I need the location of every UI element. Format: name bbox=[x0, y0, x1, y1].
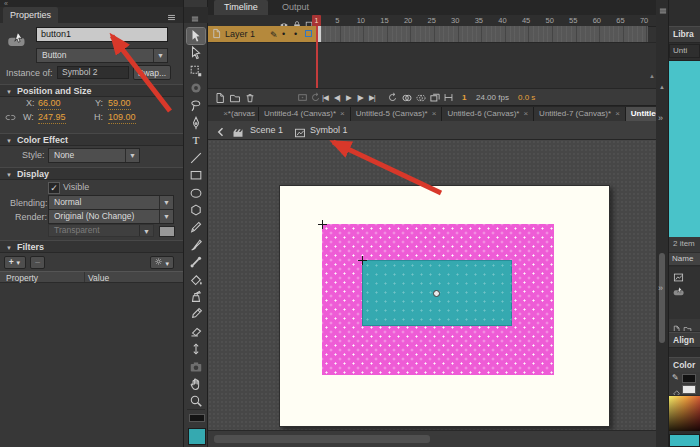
elapsed-time-value[interactable]: 0.0 s bbox=[518, 93, 535, 102]
tool-eraser[interactable] bbox=[187, 324, 205, 340]
stage-canvas[interactable] bbox=[279, 185, 610, 427]
doc-tab[interactable]: Untitled-7 (Canvas)*× bbox=[534, 107, 626, 121]
ruler-frame-40[interactable]: 40 bbox=[498, 16, 506, 25]
play-button[interactable]: ▶ bbox=[346, 93, 351, 102]
panel-menu-icon[interactable] bbox=[658, 2, 668, 20]
playhead-marker[interactable]: 1 bbox=[312, 15, 321, 26]
library-document-dropdown[interactable]: Unti bbox=[669, 44, 700, 58]
layer-visible-dot[interactable]: • bbox=[282, 26, 285, 42]
tab-properties[interactable]: Properties bbox=[3, 7, 58, 23]
onion-skin-icon[interactable] bbox=[400, 91, 413, 104]
ruler-frame-5[interactable]: 5 bbox=[335, 16, 339, 25]
stage-horizontal-scrollbar[interactable] bbox=[208, 430, 656, 447]
tool-text[interactable]: T bbox=[187, 132, 205, 148]
layer-outline-color-box[interactable] bbox=[305, 30, 312, 37]
value-column-header[interactable]: Value bbox=[88, 273, 109, 283]
tool-width[interactable] bbox=[187, 341, 205, 357]
scroll-up-icon[interactable]: ▲ bbox=[659, 84, 665, 90]
timeline-scroll-up-icon[interactable]: ▲ bbox=[649, 73, 655, 79]
instance-of-field[interactable]: Symbol 2 bbox=[57, 66, 129, 79]
pasteboard[interactable] bbox=[208, 140, 656, 430]
tool-rectangle[interactable] bbox=[187, 167, 205, 183]
align-panel-header[interactable]: Align bbox=[669, 332, 700, 348]
section-header-display[interactable]: ▼Display bbox=[0, 167, 183, 180]
modify-markers-icon[interactable] bbox=[442, 91, 455, 104]
tab-timeline[interactable]: Timeline bbox=[214, 0, 268, 15]
playhead-line[interactable] bbox=[316, 26, 318, 88]
doc-tab[interactable]: Untitled-5 (Canvas)*× bbox=[351, 107, 443, 121]
tool-3d-rotation[interactable] bbox=[187, 80, 205, 96]
step-back-button[interactable]: ◀| bbox=[334, 93, 340, 102]
tool-hand[interactable] bbox=[187, 376, 205, 392]
ruler-frame-65[interactable]: 65 bbox=[616, 16, 624, 25]
new-folder-icon[interactable] bbox=[683, 320, 692, 331]
instance-name-input[interactable]: button1 bbox=[36, 27, 168, 42]
tool-ink-bottle[interactable] bbox=[187, 289, 205, 305]
layer-row[interactable]: Layer 1 ✎ • • bbox=[208, 26, 656, 43]
layer-lock-dot[interactable]: • bbox=[294, 26, 297, 42]
tool-oval[interactable] bbox=[187, 185, 205, 201]
tool-eyedropper[interactable] bbox=[187, 306, 205, 322]
collapse-dock-chevron[interactable]: » bbox=[658, 283, 663, 293]
go-to-first-frame-button[interactable]: |◀ bbox=[322, 93, 328, 102]
frame-cells[interactable] bbox=[316, 26, 648, 42]
remove-filter-button[interactable]: – bbox=[30, 256, 45, 269]
library-item-button-icon[interactable] bbox=[673, 283, 685, 301]
tool-subselection[interactable] bbox=[187, 45, 205, 61]
pink-rectangle-shape[interactable] bbox=[322, 224, 554, 375]
step-forward-button[interactable]: |▶ bbox=[357, 93, 363, 102]
swap-button[interactable]: Swap... bbox=[133, 65, 171, 80]
go-to-last-frame-button[interactable]: ▶| bbox=[369, 93, 375, 102]
tool-camera[interactable] bbox=[187, 359, 205, 375]
tool-line[interactable] bbox=[187, 150, 205, 166]
property-column-header[interactable]: Property bbox=[6, 273, 38, 283]
close-tab-icon[interactable]: × bbox=[340, 109, 345, 118]
fps-value[interactable]: 24.00 fps bbox=[476, 93, 509, 102]
ruler-frame-70[interactable]: 70 bbox=[640, 16, 648, 25]
x-value[interactable]: 66.00 bbox=[38, 98, 61, 110]
fill-color-swatch[interactable] bbox=[188, 428, 206, 445]
tool-lasso[interactable] bbox=[187, 98, 205, 114]
tool-pencil[interactable] bbox=[187, 219, 205, 235]
close-tab-icon[interactable]: × bbox=[523, 109, 528, 118]
panel-menu-icon[interactable] bbox=[190, 10, 200, 28]
doc-tab[interactable]: Untitled-4 (Canvas)*× bbox=[259, 107, 351, 121]
edit-multiple-frames-icon[interactable] bbox=[428, 91, 441, 104]
link-width-height-icon[interactable] bbox=[4, 110, 17, 128]
close-tab-icon[interactable]: × bbox=[615, 109, 620, 118]
section-header-color-effect[interactable]: ▼Color Effect bbox=[0, 133, 183, 146]
layer-name-cell[interactable]: Layer 1 ✎ • • bbox=[208, 26, 316, 42]
ruler-frame-55[interactable]: 55 bbox=[569, 16, 577, 25]
ruler-frame-15[interactable]: 15 bbox=[380, 16, 388, 25]
tool-zoom[interactable] bbox=[187, 393, 205, 409]
ruler-frame-20[interactable]: 20 bbox=[404, 16, 412, 25]
fill-color-chip[interactable] bbox=[682, 385, 696, 394]
stroke-color-swatch[interactable] bbox=[189, 414, 205, 422]
render-dropdown[interactable]: Original (No Change)▼ bbox=[48, 209, 174, 224]
breadcrumb-symbol[interactable]: Symbol 1 bbox=[310, 125, 348, 135]
add-filter-button[interactable]: + ▼ bbox=[4, 256, 26, 269]
ruler-frame-60[interactable]: 60 bbox=[593, 16, 601, 25]
h-value[interactable]: 109.00 bbox=[108, 112, 136, 124]
tool-brush[interactable] bbox=[187, 237, 205, 253]
doc-tab[interactable]: anvas)*× bbox=[208, 107, 259, 121]
symbol-type-dropdown[interactable]: Button▼ bbox=[36, 48, 168, 63]
ruler-frame-25[interactable]: 25 bbox=[428, 16, 436, 25]
delete-layer-icon[interactable] bbox=[243, 91, 256, 104]
ruler-frame-45[interactable]: 45 bbox=[522, 16, 530, 25]
vertical-scrollbar-thumb[interactable] bbox=[659, 253, 665, 343]
collapse-dock-chevron[interactable]: » bbox=[658, 113, 663, 123]
tool-selection[interactable] bbox=[187, 28, 205, 44]
loop-range-icon[interactable] bbox=[386, 91, 399, 104]
doc-tab[interactable]: Untitled-6 (Canvas)*× bbox=[442, 107, 534, 121]
tab-output[interactable]: Output bbox=[272, 0, 319, 15]
panel-menu-icon[interactable] bbox=[166, 9, 177, 27]
onion-skin-outlines-icon[interactable] bbox=[414, 91, 427, 104]
style-dropdown[interactable]: None▼ bbox=[48, 148, 140, 163]
new-folder-icon[interactable] bbox=[228, 91, 241, 104]
transformation-point[interactable] bbox=[433, 290, 440, 297]
visible-checkbox[interactable]: ✓ bbox=[48, 182, 60, 194]
center-frame-icon[interactable] bbox=[296, 91, 309, 104]
loop-icon[interactable] bbox=[309, 91, 322, 104]
ruler-frame-30[interactable]: 30 bbox=[451, 16, 459, 25]
